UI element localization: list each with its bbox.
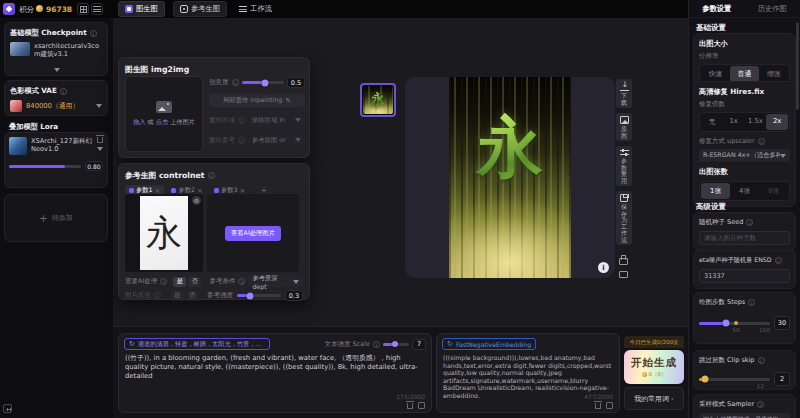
cond-select[interactable]: 参考景深 dept bbox=[248, 276, 303, 287]
checkpoint-info-icon[interactable] bbox=[90, 30, 97, 37]
tab-ref-gen[interactable]: 参考生图 bbox=[173, 1, 227, 17]
settings-panel: 参数设置 历史作图 基础设置 出图大小 分辨率 快速 普通 增强 高清修复 Hi… bbox=[688, 0, 800, 418]
save-workflow-button[interactable]: 保存为工作流 bbox=[616, 191, 632, 245]
result-thumbnail[interactable]: 永 bbox=[360, 83, 396, 117]
app-logo[interactable] bbox=[3, 3, 15, 15]
strength-slider[interactable] bbox=[237, 294, 281, 297]
thumbs-up-icon[interactable] bbox=[619, 258, 628, 265]
vae-chevron-down-icon[interactable] bbox=[96, 104, 102, 108]
resolution-normal[interactable]: 普通 bbox=[730, 66, 759, 82]
sampler-info-icon[interactable] bbox=[757, 401, 764, 408]
cond-info-icon[interactable] bbox=[238, 278, 245, 285]
inpaint-button[interactable]: 局部重绘 inpainting bbox=[209, 94, 305, 107]
positive-expand-icon[interactable] bbox=[418, 402, 425, 409]
denoise-info-icon[interactable] bbox=[232, 79, 239, 86]
resolution-fast[interactable]: 快速 bbox=[701, 66, 730, 82]
thumbs-down-icon[interactable] bbox=[619, 271, 628, 278]
generate-button[interactable]: 开始生成 8（8） bbox=[624, 350, 684, 384]
upscaler-info-icon[interactable] bbox=[758, 138, 765, 145]
lora-chevron-down-icon[interactable] bbox=[97, 147, 103, 151]
redraw-ref-select[interactable]: 参考原图 or bbox=[248, 134, 305, 146]
need-ai-yes-button[interactable]: 是 bbox=[173, 277, 186, 287]
assistant-icon[interactable] bbox=[3, 404, 12, 413]
steps-default-mark bbox=[734, 321, 738, 325]
need-ai-info-icon[interactable] bbox=[160, 278, 167, 285]
multiplier-1-5x[interactable]: 1.5x bbox=[745, 114, 767, 130]
image-info-button[interactable] bbox=[598, 262, 609, 273]
lora-weight-row: 0.80 bbox=[9, 161, 103, 171]
clip-info-icon[interactable] bbox=[758, 357, 765, 364]
count-4[interactable]: 4张 bbox=[730, 183, 759, 199]
negative-clear-icon[interactable] bbox=[595, 403, 601, 409]
invert-no-button[interactable]: 否 bbox=[186, 291, 199, 301]
seed-info-icon[interactable] bbox=[746, 219, 753, 226]
invert-yes-button[interactable]: 是 bbox=[171, 291, 184, 301]
steps-info-icon[interactable] bbox=[748, 299, 755, 306]
clip-slider[interactable]: 12 bbox=[699, 378, 770, 381]
original-image-button[interactable]: 原图 bbox=[616, 113, 632, 141]
upload-click-label[interactable]: 点击 bbox=[156, 118, 168, 125]
redraw-area-select[interactable]: 涂抹区域 In bbox=[248, 114, 305, 126]
lora-card[interactable]: XSArchi_127新科幻Neov1.0 0.80 bbox=[4, 132, 108, 188]
need-ai-no-button[interactable]: 否 bbox=[188, 277, 201, 287]
positive-prompt-text[interactable]: ((竹子)), in a blooming garden, (fresh and… bbox=[119, 352, 431, 398]
negative-expand-icon[interactable] bbox=[606, 402, 613, 409]
vae-card[interactable]: 色彩模式 VAE 840000（通用） bbox=[4, 80, 108, 116]
tab-workflow[interactable]: 工作流 bbox=[235, 2, 276, 16]
download-button[interactable]: 下载 bbox=[616, 79, 632, 108]
save-workflow-label: 保存为工作流 bbox=[620, 204, 628, 243]
controlnet-info-icon[interactable] bbox=[208, 172, 215, 179]
hires-card: 高清修复 Hires.fix 修复倍数 无 1x 1.5x 2x 修复方式 up… bbox=[693, 81, 796, 168]
controlnet-tab-icon bbox=[171, 188, 176, 193]
scrollbar[interactable] bbox=[796, 22, 799, 414]
my-phrases-button[interactable]: 我的常用词 › bbox=[624, 387, 684, 410]
add-lora-button[interactable]: 待添加 bbox=[4, 194, 108, 242]
cost-coin-icon bbox=[642, 372, 647, 377]
sampler-select[interactable]: 综合大神推荐模式，品质稳定（DP bbox=[699, 413, 790, 418]
reuse-params-button[interactable]: 参数重用 bbox=[616, 146, 632, 186]
clip-max-label: 12 bbox=[757, 383, 764, 389]
positive-count: 175/2000 bbox=[396, 393, 425, 400]
ensd-info-icon[interactable] bbox=[775, 257, 782, 264]
lora-weight-slider[interactable] bbox=[9, 165, 81, 168]
menu-button[interactable] bbox=[91, 3, 103, 15]
negative-embedding-chip[interactable]: FastNegativeEmbedding bbox=[442, 338, 536, 350]
upload-dropzone[interactable]: 拖入 或 点击 上传图片 bbox=[125, 76, 203, 152]
seed-input[interactable] bbox=[699, 231, 790, 245]
result-image[interactable]: 永 bbox=[449, 77, 571, 278]
count-9[interactable]: 9张 bbox=[759, 183, 788, 199]
grid-view-button[interactable] bbox=[77, 3, 89, 15]
negative-embedding-label: FastNegativeEmbedding bbox=[456, 341, 531, 348]
view-processed-button[interactable]: 查看AI处理图片 bbox=[225, 226, 281, 241]
scale-info-icon[interactable] bbox=[373, 341, 380, 348]
vae-info-icon[interactable] bbox=[60, 88, 67, 95]
scale-label-row: 文本强度 Scale bbox=[324, 340, 380, 349]
steps-mark-label: 50 bbox=[732, 327, 739, 333]
positive-clear-icon[interactable] bbox=[407, 403, 413, 409]
checkpoint-chevron-down-icon[interactable] bbox=[54, 68, 60, 72]
original-image-label: 原图 bbox=[620, 126, 628, 139]
multiplier-2x[interactable]: 2x bbox=[766, 114, 788, 130]
scale-slider[interactable] bbox=[383, 343, 409, 346]
negative-prompt-text[interactable]: (((simple background))),lowres,bad anato… bbox=[437, 352, 619, 398]
denoise-slider[interactable] bbox=[242, 81, 285, 84]
multiplier-none[interactable]: 无 bbox=[701, 114, 723, 130]
controlnet-image-box[interactable]: 永 bbox=[125, 194, 203, 272]
steps-max-label: 150 bbox=[759, 327, 770, 333]
tab-img2img[interactable]: 图生图 bbox=[118, 1, 165, 17]
count-1[interactable]: 1张 bbox=[701, 183, 730, 199]
checkpoint-card[interactable]: 基础模型 Checkpoint xsarchitecturalv3com建筑v3… bbox=[4, 22, 108, 76]
upscaler-label: 修复方式 upscaler bbox=[699, 137, 755, 146]
translate-chip[interactable]: 通透的清晨，轻盈，树荫，太阳光，竹景，竹行，最佳质量 bbox=[124, 338, 270, 350]
gear-icon[interactable] bbox=[192, 196, 201, 205]
tab-history[interactable]: 历史作图 bbox=[745, 4, 800, 14]
multiplier-1x[interactable]: 1x bbox=[723, 114, 745, 130]
lora-delete-icon[interactable] bbox=[97, 137, 103, 143]
result-glyph: 永 bbox=[449, 103, 571, 193]
resolution-enhanced[interactable]: 增强 bbox=[759, 66, 788, 82]
vae-thumbnail bbox=[10, 100, 22, 112]
ensd-input[interactable] bbox=[699, 269, 790, 283]
scrollbar-thumb[interactable] bbox=[796, 22, 799, 110]
steps-slider[interactable]: 50 150 bbox=[699, 322, 770, 325]
tab-parameters[interactable]: 参数设置 bbox=[689, 4, 745, 14]
